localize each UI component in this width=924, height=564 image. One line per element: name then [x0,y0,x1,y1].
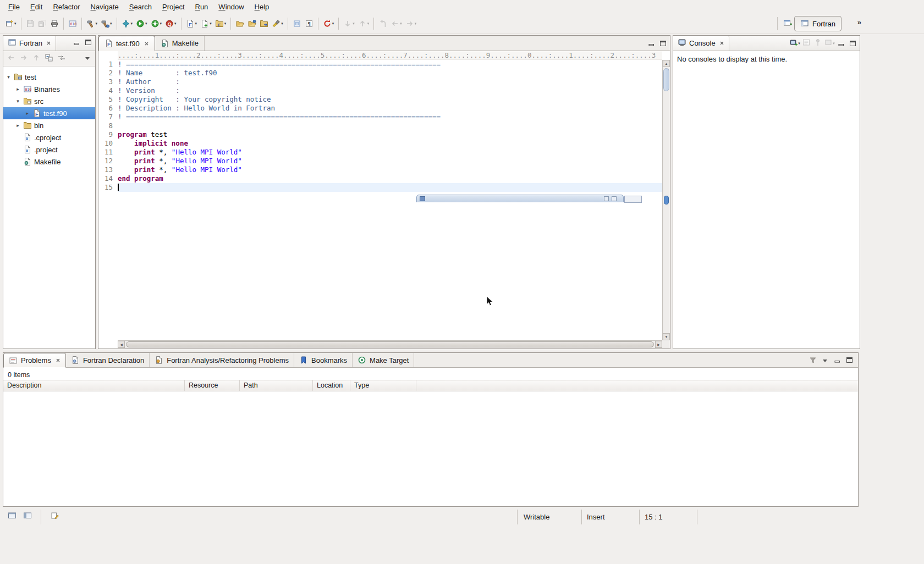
maximize-button[interactable] [658,39,667,48]
view-menu-button[interactable] [83,54,92,63]
trim-view-1-button[interactable] [8,512,16,521]
horizontal-scrollbar[interactable]: ◀ ▶ [118,340,662,349]
dropdown-arrow-icon[interactable]: ▾ [14,21,16,26]
close-icon[interactable] [144,41,149,46]
dropdown-arrow-icon[interactable]: ▾ [195,21,197,26]
expander-closed-icon[interactable]: ▸ [24,110,30,117]
code-line-3[interactable]: 3! Author : [98,78,662,86]
open-perspective-button[interactable] [783,19,792,28]
debug-button[interactable]: ▾ [120,16,135,31]
line-text[interactable]: program test [118,130,662,139]
close-icon[interactable] [46,41,51,46]
back-button[interactable] [7,54,15,63]
trim-view-2-button[interactable] [23,512,32,521]
scroll-up-arrow[interactable]: ▲ [663,60,670,67]
dropdown-arrow-icon[interactable]: ▾ [145,21,147,26]
code-line-15[interactable]: 15 [98,183,662,192]
new-source-file-button[interactable]: ▾ [199,16,213,31]
dropdown-arrow-icon[interactable]: ▾ [210,21,212,26]
dropdown-arrow-icon[interactable]: ▾ [224,21,227,26]
dropdown-arrow-icon[interactable]: ▾ [367,21,370,26]
bottom-tab-make-target[interactable]: Make Target [353,353,414,367]
column-header-type[interactable]: Type [350,380,416,391]
open-type-button[interactable] [234,16,246,31]
tree-item-test-f90[interactable]: ▸Ftest.f90 [3,107,95,119]
tree-item-test[interactable]: ▾test [3,71,95,83]
print-button[interactable] [48,16,61,31]
external-tools-button[interactable]: Q▾ [163,16,178,31]
collapse-all-button[interactable] [45,54,53,63]
scroll-left-arrow[interactable]: ◀ [118,341,125,348]
clear-console-button[interactable] [802,39,811,48]
code-line-10[interactable]: 10 implicit none [98,139,662,148]
forward-button[interactable] [19,54,28,63]
line-text[interactable]: print *, "Hello MPI World" [118,165,662,174]
perspective-fortran-button[interactable]: Fortran [794,16,842,31]
maximize-button[interactable] [84,39,92,48]
filter-button[interactable] [809,356,817,364]
expander-open-icon[interactable]: ▾ [6,74,12,80]
line-text[interactable]: ! Version : [118,86,662,95]
dropdown-arrow-icon[interactable]: ▾ [833,41,835,46]
explorer-view-tab[interactable]: Fortran [3,36,56,51]
code-line-1[interactable]: 1! =====================================… [98,60,662,69]
dropdown-arrow-icon[interactable]: ▾ [332,21,334,26]
line-text[interactable]: ! Description : Hello World in Fortran [118,104,662,113]
dropdown-arrow-icon[interactable]: ▾ [400,21,402,26]
bottom-tab-problems[interactable]: Problems [3,353,66,368]
save-all-button[interactable] [36,16,48,31]
column-header-description[interactable]: Description [3,380,185,391]
build-all-button[interactable]: ▾ [85,16,100,31]
vertical-scrollbar[interactable]: ▲ ▼ [662,60,670,340]
column-header-path[interactable]: Path [240,380,313,391]
build-config-button[interactable]: ▾ [99,16,114,31]
line-text[interactable]: print *, "Hello MPI World" [118,148,662,157]
close-icon[interactable] [56,358,61,363]
open-element-button[interactable] [258,16,270,31]
line-text[interactable]: ! ======================================… [118,60,662,69]
dropdown-arrow-icon[interactable]: ▾ [281,21,283,26]
bottom-tab-fortran-analysis-refactoring-problems[interactable]: Fortran Analysis/Refactoring Problems [150,353,294,367]
link-with-editor-button[interactable] [57,54,66,63]
code-line-7[interactable]: 7! =====================================… [98,113,662,121]
tree-item-makefile[interactable]: Makefile [3,156,95,168]
menu-edit[interactable]: Edit [25,1,47,13]
line-text[interactable]: ! Copyright : Your copyright notice [118,95,662,104]
dropdown-arrow-icon[interactable]: ▾ [174,21,177,26]
code-line-6[interactable]: 6! Description : Hello World in Fortran [98,104,662,113]
previous-annotation-button[interactable]: ▾ [356,16,371,31]
new-wizard-button[interactable]: ▾ [3,16,18,31]
build-binary-button[interactable]: 0101 [67,16,79,31]
new-fortran-source-file-button[interactable]: F▾ [184,16,199,31]
menu-project[interactable]: Project [157,1,189,13]
dropdown-arrow-icon[interactable]: ▾ [160,21,162,26]
forward-history-button[interactable]: ▾ [404,16,419,31]
up-button[interactable] [32,54,41,63]
code-line-4[interactable]: 4! Version : [98,86,662,95]
minimize-button[interactable] [837,39,845,48]
pin-console-button[interactable] [813,39,822,48]
line-text[interactable]: ! Name : test.f90 [118,69,662,78]
menu-run[interactable]: Run [190,1,213,13]
dropdown-arrow-icon[interactable]: ▾ [110,21,112,26]
line-text[interactable]: ! Author : [118,78,662,86]
scroll-right-arrow[interactable]: ▶ [655,341,662,348]
minimize-button[interactable] [72,39,81,48]
editor-trim-button[interactable] [51,512,59,521]
line-text[interactable]: print *, "Hello MPI World" [118,157,662,165]
dropdown-arrow-icon[interactable]: ▾ [415,21,417,26]
code-line-5[interactable]: 5! Copyright : Your copyright notice [98,95,662,104]
close-icon[interactable] [719,41,724,46]
menu-help[interactable]: Help [250,1,274,13]
expander-open-icon[interactable]: ▾ [15,98,21,104]
tree-item-src[interactable]: ▾src [3,95,95,107]
maximize-button[interactable] [845,356,854,364]
line-text[interactable]: ! ======================================… [118,113,662,121]
editor-tab-test-f90[interactable]: Ftest.f90 [98,36,155,51]
menu-file[interactable]: File [3,1,25,13]
column-header-resource[interactable]: Resource [185,380,240,391]
back-history-button[interactable]: ▾ [389,16,404,31]
editor-tab-makefile[interactable]: Makefile [155,36,205,51]
run-button[interactable]: ▾ [134,16,149,31]
line-text[interactable]: end program [118,174,662,183]
